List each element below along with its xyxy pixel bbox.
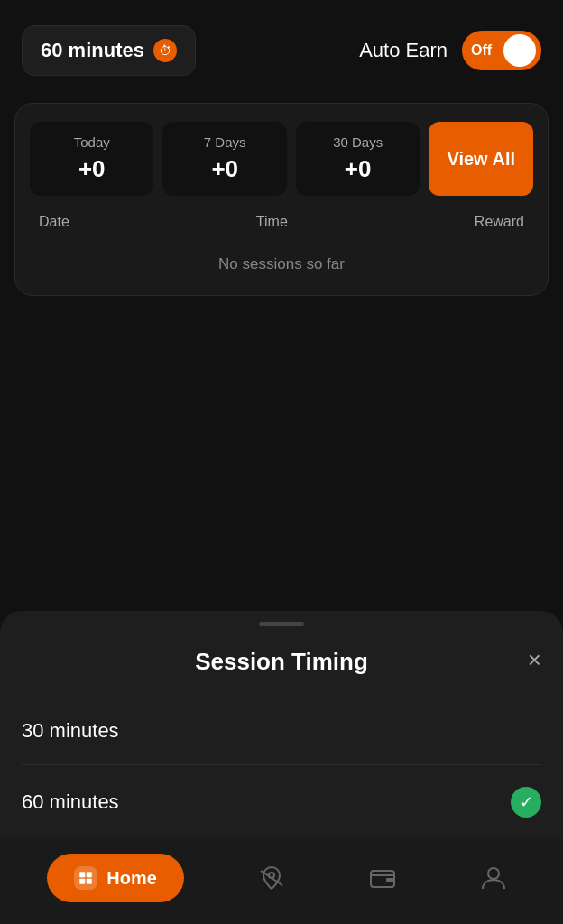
stat-value-today: +0	[78, 155, 106, 183]
svg-rect-7	[386, 878, 393, 882]
timer-pill[interactable]: 60 minutes ⏱	[22, 25, 196, 76]
home-icon	[74, 866, 97, 890]
header-reward: Reward	[475, 214, 524, 230]
auto-earn-section: Auto Earn Off	[359, 31, 541, 70]
option-30-minutes[interactable]: 30 minutes	[22, 698, 541, 765]
svg-point-8	[488, 868, 499, 879]
home-nav-button[interactable]: Home	[47, 854, 184, 902]
auto-earn-label: Auto Earn	[359, 39, 448, 62]
stats-container: Today +0 7 Days +0 30 Days +0 View All D…	[14, 103, 549, 296]
svg-rect-3	[87, 879, 92, 884]
option-60-label: 60 minutes	[22, 790, 119, 814]
view-all-button[interactable]: View All	[429, 122, 533, 196]
stat-card-today: Today +0	[30, 122, 153, 196]
stat-period-7days: 7 Days	[204, 134, 246, 150]
home-svg-icon	[78, 870, 94, 886]
close-button[interactable]: ×	[528, 648, 541, 671]
home-nav-label: Home	[106, 868, 157, 889]
profile-nav-button[interactable]	[471, 855, 516, 901]
top-bar: 60 minutes ⏱ Auto Earn Off	[0, 0, 563, 94]
bottom-nav: Home	[0, 839, 563, 924]
option-30-label: 30 minutes	[22, 719, 119, 743]
bottom-sheet: Session Timing × 30 minutes 60 minutes ✓…	[0, 611, 563, 924]
svg-rect-1	[87, 872, 92, 877]
stat-card-7days: 7 Days +0	[162, 122, 286, 196]
toggle-knob	[503, 34, 536, 67]
stat-period-30days: 30 Days	[333, 134, 383, 150]
stat-period-today: Today	[74, 134, 110, 150]
no-sessions-message: No sessions so far	[30, 241, 533, 277]
selected-check-icon: ✓	[511, 787, 541, 818]
profile-icon	[477, 862, 510, 894]
auto-earn-toggle[interactable]: Off	[462, 31, 541, 70]
toggle-state-label: Off	[471, 42, 492, 59]
sheet-options: 30 minutes 60 minutes ✓	[0, 690, 563, 839]
sheet-handle	[0, 611, 563, 626]
option-60-minutes[interactable]: 60 minutes ✓	[22, 765, 541, 839]
header-time: Time	[256, 214, 288, 230]
wallet-nav-button[interactable]	[360, 855, 405, 901]
map-icon	[255, 862, 288, 894]
stat-value-7days: +0	[211, 155, 238, 183]
timer-label: 60 minutes	[41, 39, 144, 62]
toggle-container: Off	[462, 31, 541, 70]
table-header: Date Time Reward	[30, 214, 533, 230]
stat-card-30days: 30 Days +0	[296, 122, 420, 196]
stats-row: Today +0 7 Days +0 30 Days +0 View All	[30, 122, 533, 196]
stat-value-30days: +0	[345, 155, 372, 183]
sheet-header: Session Timing ×	[0, 626, 563, 690]
svg-rect-2	[80, 879, 86, 884]
sheet-title: Session Timing	[195, 648, 368, 676]
view-all-label: View All	[447, 149, 515, 170]
wallet-icon	[366, 862, 399, 894]
map-nav-button[interactable]	[249, 855, 294, 901]
header-date: Date	[39, 214, 69, 230]
svg-rect-0	[80, 872, 86, 877]
timer-icon: ⏱	[153, 39, 177, 62]
